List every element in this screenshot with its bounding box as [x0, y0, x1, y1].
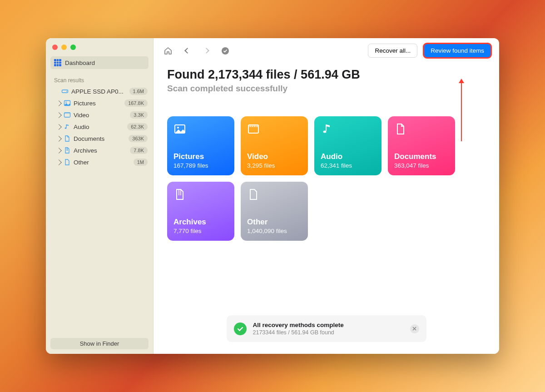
video-icon	[64, 111, 71, 119]
close-icon[interactable]	[410, 324, 419, 333]
section-label-scan-results: Scan results	[46, 71, 153, 85]
status-title: All recovery methods complete	[253, 322, 344, 328]
recover-all-button[interactable]: Recover all...	[368, 44, 417, 58]
drive-icon	[61, 88, 69, 95]
svg-point-9	[177, 127, 179, 129]
annotation-arrow	[461, 79, 462, 141]
chevron-right-icon	[56, 124, 62, 130]
back-button[interactable]	[181, 45, 193, 56]
tree-item-label: Audio	[74, 124, 89, 130]
chevron-right-icon	[56, 136, 62, 142]
main-panel: Recover all... Review found items Found …	[154, 38, 499, 354]
page-title: Found 2,173,344 files / 561.94 GB	[167, 68, 486, 82]
card-pictures[interactable]: Pictures 167,789 files	[167, 116, 234, 175]
audio-icon	[321, 123, 333, 135]
status-detail: 2173344 files / 561.94 GB found	[253, 329, 344, 336]
svg-point-1	[66, 91, 67, 92]
sidebar-item-video[interactable]: Video 3.3K	[46, 109, 153, 121]
forward-button[interactable]	[200, 45, 213, 56]
svg-point-7	[222, 47, 229, 55]
audio-icon	[64, 123, 71, 130]
card-subtitle: 3,295 files	[247, 162, 302, 169]
card-other[interactable]: Other 1,040,090 files	[241, 182, 308, 241]
svg-point-13	[252, 126, 253, 127]
card-subtitle: 7,770 files	[173, 228, 228, 234]
count-badge: 3.3K	[130, 111, 148, 119]
sidebar: Dashboard Scan results APPLE SSD AP0... …	[46, 38, 154, 354]
status-text: All recovery methods complete 2173344 fi…	[253, 322, 344, 336]
document-icon	[64, 135, 71, 142]
card-subtitle: 363,047 files	[394, 162, 449, 169]
sidebar-footer: Show in Finder	[46, 333, 153, 354]
status-check-button[interactable]	[219, 45, 232, 56]
maximize-window-button[interactable]	[70, 45, 76, 50]
card-subtitle: 62,341 files	[321, 162, 375, 169]
tree-item-label: Other	[74, 159, 89, 166]
window-controls	[46, 38, 153, 55]
count-badge: 1.6M	[129, 88, 148, 95]
tree-item-label: Archives	[74, 147, 97, 154]
card-video[interactable]: Video 3,295 files	[241, 116, 308, 175]
dashboard-icon	[54, 59, 61, 66]
sidebar-item-documents[interactable]: Documents 363K	[46, 133, 153, 144]
svg-point-15	[257, 126, 258, 127]
card-title: Other	[247, 218, 302, 227]
card-title: Archives	[173, 218, 228, 227]
app-window: Dashboard Scan results APPLE SSD AP0... …	[46, 38, 499, 354]
svg-point-3	[65, 102, 66, 103]
count-badge: 363K	[129, 135, 148, 142]
svg-point-16	[323, 131, 327, 133]
home-button[interactable]	[162, 45, 174, 56]
video-icon	[247, 123, 260, 135]
close-window-button[interactable]	[52, 45, 58, 50]
sidebar-item-audio[interactable]: Audio 62.3K	[46, 121, 153, 133]
card-title: Video	[247, 152, 302, 161]
toolbar: Recover all... Review found items	[154, 38, 499, 63]
category-cards: Pictures 167,789 files Video 3,295 files…	[167, 116, 486, 241]
chevron-right-icon	[56, 112, 62, 118]
file-icon	[247, 188, 260, 201]
count-badge: 62.3K	[127, 123, 148, 130]
tree-item-label: Video	[74, 112, 89, 119]
count-badge: 7.8K	[130, 147, 148, 154]
check-circle-icon	[234, 323, 247, 335]
card-documents[interactable]: Documents 363,047 files	[388, 116, 455, 175]
archive-icon	[173, 188, 186, 201]
sidebar-item-label: Dashboard	[65, 60, 95, 66]
card-title: Documents	[394, 152, 449, 161]
tree-item-label: APPLE SSD AP0...	[71, 88, 124, 95]
picture-icon	[64, 99, 71, 107]
card-title: Audio	[321, 152, 375, 161]
card-title: Pictures	[173, 152, 228, 161]
card-archives[interactable]: Archives 7,770 files	[167, 182, 234, 241]
review-found-items-button[interactable]: Review found items	[424, 44, 491, 58]
sidebar-item-pictures[interactable]: Pictures 167.8K	[46, 97, 153, 109]
count-badge: 167.8K	[124, 99, 148, 107]
svg-point-14	[254, 126, 255, 127]
sidebar-item-other[interactable]: Other 1M	[46, 156, 153, 168]
sidebar-item-archives[interactable]: Archives 7.8K	[46, 144, 153, 156]
page-subtitle: Scan completed successfully	[167, 84, 486, 94]
minimize-window-button[interactable]	[61, 45, 67, 50]
svg-point-6	[65, 128, 67, 129]
archive-icon	[64, 147, 71, 154]
status-banner: All recovery methods complete 2173344 fi…	[227, 315, 426, 342]
chevron-right-icon	[56, 100, 62, 106]
chevron-right-icon	[56, 159, 62, 165]
tree-item-label: Documents	[74, 135, 104, 142]
card-subtitle: 1,040,090 files	[247, 228, 302, 234]
sidebar-item-dashboard[interactable]: Dashboard	[50, 56, 149, 69]
card-audio[interactable]: Audio 62,341 files	[314, 116, 382, 175]
show-in-finder-button[interactable]: Show in Finder	[50, 338, 149, 349]
document-icon	[394, 123, 407, 135]
count-badge: 1M	[134, 159, 148, 166]
sidebar-item-drive[interactable]: APPLE SSD AP0... 1.6M	[46, 85, 153, 97]
card-subtitle: 167,789 files	[173, 162, 228, 169]
file-icon	[64, 159, 71, 166]
chevron-right-icon	[56, 148, 62, 154]
svg-rect-5	[64, 113, 70, 114]
tree-item-label: Pictures	[74, 100, 96, 107]
svg-point-12	[250, 126, 251, 127]
picture-icon	[173, 123, 186, 135]
content-area: Found 2,173,344 files / 561.94 GB Scan c…	[154, 63, 499, 354]
